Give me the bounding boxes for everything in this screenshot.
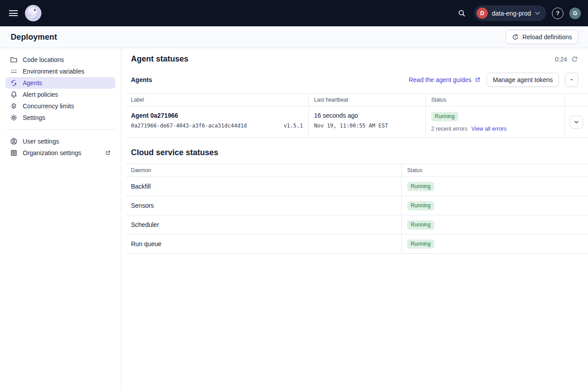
reload-icon [512,33,519,41]
sidebar-footer-list: User settings Organization settings [0,136,121,159]
agent-version: v1.5.1 [284,123,303,129]
nav-item[interactable] [81,12,82,15]
sidebar: Code locations Environment variables Age… [0,48,121,391]
reload-definitions-label: Reload definitions [523,33,572,41]
sidebar-item[interactable]: Alert policies [5,89,115,100]
sidebar-item[interactable]: Concurrency limits [5,100,115,112]
agent-guides-link[interactable]: Read the agent guides [408,76,481,83]
sidebar-item-label: Concurrency limits [23,103,74,110]
manage-agent-tokens-label: Manage agent tokens [493,76,553,83]
refresh-countdown: 0:24 [555,56,578,63]
daemon-status-cell: Running [401,215,588,234]
main-content: Agent statuses 0:24 Agents Read the agen… [121,48,588,391]
cloud-table-body: Backfill Running Sensors Running Schedul… [126,177,588,254]
sidebar-item[interactable]: User settings [5,136,115,147]
column-header-label: Label [126,94,308,106]
reload-definitions-button[interactable]: Reload definitions [506,30,578,44]
cloud-service-statuses-title: Cloud service statuses [131,148,578,157]
daemon-row: Run queue Running [126,235,588,254]
folder-icon [10,56,18,64]
daemon-row: Backfill Running [126,177,588,196]
status-badge: Running [431,112,458,121]
refresh-icon[interactable] [571,56,578,63]
agent-heartbeat-cell: 16 seconds ago Nov 19, 11:00:55 AM EST [308,107,425,137]
sidebar-item-label: Agents [23,79,42,86]
dagster-logo[interactable] [25,5,41,21]
deployment-switcher[interactable]: D data-eng-prod [474,5,546,21]
heartbeat-relative: 16 seconds ago [314,112,420,119]
agent-actions-dropdown-button[interactable] [565,73,578,87]
daemon-name: Sensors [126,196,401,215]
agent-label-cell: Agent 0a271966 0a271966-de67-4043-a3f6-a… [126,107,308,137]
nav-item[interactable] [71,12,73,15]
agent-icon [10,79,18,87]
chevron-down-icon [535,12,540,15]
column-header-daemon: Daemon [126,164,401,177]
daemon-status-cell: Running [401,177,588,196]
sidebar-main-list: Code locations Environment variables Age… [0,54,121,123]
nav-item[interactable] [51,12,53,15]
topnav-right-cluster: D data-eng-prod ? G [454,5,581,21]
nav-item[interactable] [100,12,102,15]
hamburger-menu-button[interactable] [6,6,20,21]
search-icon[interactable] [454,6,469,21]
sidebar-item[interactable]: Organization settings [5,147,115,159]
sidebar-item-label: User settings [23,138,59,145]
caret-down-icon [569,77,574,82]
countdown-value: 0:24 [555,56,567,63]
agents-table-header: Label Last heartbeat Status [126,94,588,107]
avatar[interactable]: G [569,8,581,19]
agent-row: Agent 0a271966 0a271966-de67-4043-a3f6-a… [126,107,588,138]
page-header: Deployment Reload definitions [0,26,588,48]
daemon-status-cell: Running [401,235,588,253]
bell-icon [10,91,18,99]
agent-actions-cell [564,107,588,137]
top-nav: D data-eng-prod ? G [0,0,588,26]
building-icon [10,149,18,157]
sidebar-item[interactable]: Environment variables [5,66,115,77]
daemon-row: Scheduler Running [126,215,588,235]
avatar-initial: G [573,10,577,16]
expand-agent-row-button[interactable] [570,115,583,129]
column-header-status: Status [425,94,564,106]
sidebar-item[interactable]: Agents [5,77,115,89]
agents-section-label: Agents [131,76,152,83]
help-icon[interactable]: ? [552,8,564,19]
daemon-row: Sensors Running [126,196,588,215]
status-badge: Running [407,220,434,230]
agent-name: Agent 0a271966 [131,112,303,119]
daemon-name: Run queue [126,235,401,253]
chevron-down-icon [574,119,579,125]
manage-agent-tokens-button[interactable]: Manage agent tokens [486,73,559,87]
primary-nav [51,12,112,15]
gear-icon [10,114,18,122]
sidebar-item-label: Organization settings [23,149,82,156]
column-header-status: Status [401,164,588,177]
sidebar-divider [5,129,115,130]
agent-guides-link-label: Read the agent guides [408,76,471,83]
user-icon [10,137,18,145]
sidebar-item[interactable]: Settings [5,112,115,123]
env-vars-icon [10,67,18,75]
nav-item[interactable] [110,12,112,15]
sidebar-item-label: Environment variables [23,68,85,75]
view-all-errors-link[interactable]: View all errors [471,126,506,132]
cloud-services-table: Daemon Status Backfill Running Sensors R… [126,164,588,254]
agent-status-cell: Running 2 recent errors View all errors [425,107,564,137]
agent-id: 0a271966-de67-4043-a3f6-aca31dc44d1d [131,123,247,129]
daemon-name: Backfill [126,177,401,196]
sidebar-item-label: Settings [23,114,45,121]
agent-statuses-title: Agent statuses [131,54,188,64]
sidebar-item[interactable]: Code locations [5,54,115,66]
external-link-icon [105,150,111,156]
deployment-name: data-eng-prod [492,10,531,17]
status-badge: Running [407,182,434,191]
column-header-actions [564,94,588,106]
heartbeat-timestamp: Nov 19, 11:00:55 AM EST [314,123,388,129]
agents-table: Label Last heartbeat Status Agent 0a2719… [126,93,588,138]
nav-item[interactable] [61,12,63,15]
nav-item[interactable] [90,12,92,15]
page-title: Deployment [11,33,57,42]
deployment-badge: D [477,8,488,19]
cloud-table-header: Daemon Status [126,164,588,177]
